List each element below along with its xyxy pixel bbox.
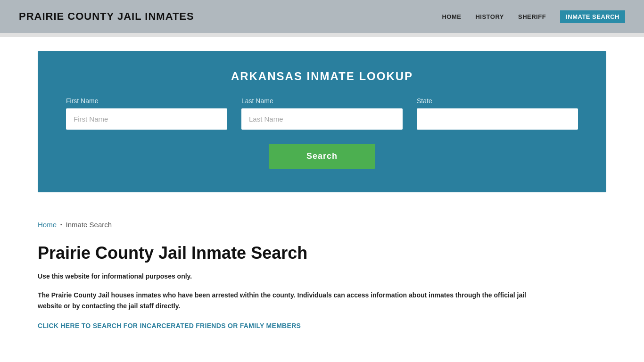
search-btn-row: Search xyxy=(66,144,578,169)
last-name-input[interactable] xyxy=(241,108,403,130)
site-title: PRAIRIE COUNTY JAIL INMATES xyxy=(19,10,194,23)
breadcrumb-home-link[interactable]: Home xyxy=(38,221,57,229)
form-fields-row: First Name Last Name State Arkansas xyxy=(66,97,578,130)
last-name-label: Last Name xyxy=(241,97,403,105)
state-input[interactable]: Arkansas xyxy=(417,108,578,130)
nav-sheriff[interactable]: SHERIFF xyxy=(518,13,546,20)
nav-history[interactable]: HISTORY xyxy=(475,13,504,20)
main-nav: HOME HISTORY SHERIFF INMATE SEARCH xyxy=(442,10,625,23)
page-title: Prairie County Jail Inmate Search xyxy=(38,243,606,263)
search-button[interactable]: Search xyxy=(269,144,375,169)
lookup-section: ARKANSAS INMATE LOOKUP First Name Last N… xyxy=(38,51,606,192)
first-name-label: First Name xyxy=(66,97,227,105)
breadcrumb-current: Inmate Search xyxy=(66,221,112,229)
state-group: State Arkansas xyxy=(417,97,578,130)
main-content: Home • Inmate Search Prairie County Jail… xyxy=(0,206,644,349)
first-name-group: First Name xyxy=(66,97,227,130)
site-header: PRAIRIE COUNTY JAIL INMATES HOME HISTORY… xyxy=(0,0,644,33)
header-underline xyxy=(0,33,644,37)
first-name-input[interactable] xyxy=(66,108,227,130)
breadcrumb: Home • Inmate Search xyxy=(38,221,606,229)
info-paragraph: The Prairie County Jail houses inmates w… xyxy=(38,290,533,311)
info-line1: Use this website for informational purpo… xyxy=(38,272,606,281)
lookup-title: ARKANSAS INMATE LOOKUP xyxy=(66,70,578,83)
nav-home[interactable]: HOME xyxy=(442,13,461,20)
state-label: State xyxy=(417,97,578,105)
click-here-link[interactable]: CLICK HERE to Search for Incarcerated Fr… xyxy=(38,322,301,329)
breadcrumb-separator: • xyxy=(60,222,62,227)
last-name-group: Last Name xyxy=(241,97,403,130)
nav-inmate-search[interactable]: INMATE SEARCH xyxy=(560,10,625,23)
